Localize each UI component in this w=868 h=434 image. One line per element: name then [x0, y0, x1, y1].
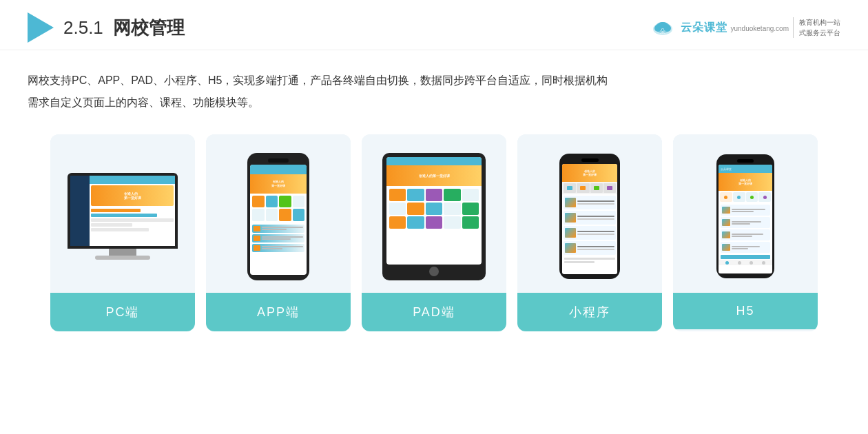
mini-screen: 创造人的第一堂好课: [562, 164, 617, 274]
pad-header-bar: [386, 157, 482, 165]
description-line1: 网校支持PC、APP、PAD、小程序、H5，实现多端打通，产品各终端自由切换，数…: [28, 70, 840, 92]
brand-name: 云朵课堂: [681, 21, 727, 33]
h5-notch: [737, 159, 754, 163]
brand-icon: 朵: [649, 14, 676, 41]
mini-line-4: [577, 218, 614, 220]
logo-triangle-icon: [28, 12, 54, 43]
mini-course-4: [564, 241, 616, 255]
h5-course-list: [719, 203, 772, 254]
slogan-line2: 式服务云平台: [799, 28, 840, 38]
mini-line-8: [577, 249, 614, 250]
mini-courses: [562, 194, 617, 256]
h5-course-3: [721, 229, 770, 240]
h5-thumb-1: [722, 207, 730, 214]
h5-text-4: [732, 246, 769, 249]
h5-icon-1: [720, 192, 732, 202]
phone-course-lines-2: [262, 236, 303, 240]
card-pad-label: PAD端: [362, 293, 506, 331]
phone-course-thumb-1: [254, 226, 260, 231]
card-h5-label: H5: [673, 293, 818, 329]
description-block: 网校支持PC、APP、PAD、小程序、H5，实现多端打通，产品各终端自由切换，数…: [0, 50, 868, 121]
h5-text-line-7: [732, 246, 760, 247]
mini-banner: 创造人的第一堂好课: [562, 164, 617, 182]
pc-monitor: 创造人的第一堂好课: [68, 173, 178, 249]
line-1: [262, 227, 303, 228]
pc-banner-text: 创造人的第一堂好课: [124, 192, 141, 200]
header-left: 2.5.1 网校管理: [28, 12, 185, 43]
pad-tile-13: [426, 216, 442, 229]
h5-header-text: 云朵课堂: [721, 167, 732, 171]
phone-course-1: [252, 225, 304, 233]
phone-icon-7: [279, 209, 291, 221]
phone-course-thumb-3: [254, 245, 260, 251]
pad-tile-15: [462, 216, 479, 229]
h5-thumb-4: [722, 244, 730, 251]
pc-content-rows: [90, 207, 175, 233]
h5-bottom-bar: [719, 260, 772, 265]
header-right: 朵 云朵课堂 yunduoketang.com 教育机构一站 式服务云平台: [649, 14, 840, 41]
pad-tile-3: [426, 189, 442, 201]
card-h5-image: 云朵课堂 创造人的第一堂好课: [673, 134, 818, 293]
phone-course-3: [252, 244, 304, 252]
pc-row-1: [91, 209, 141, 212]
pad-tile-8: [426, 203, 442, 215]
mini-notch: [581, 158, 599, 162]
pad-banner: 创造人的第一堂好课: [386, 165, 482, 186]
phone-course-2: [252, 234, 304, 242]
pad-grid: [386, 186, 482, 231]
card-pc-label: PC端: [50, 293, 195, 331]
h5-dot-3: [750, 196, 754, 199]
pc-row-2: [91, 214, 157, 217]
h5-course-1: [721, 205, 770, 216]
pc-main: 创造人的第一堂好课: [90, 176, 175, 246]
pad-tile-9: [444, 203, 460, 215]
mini-course-3: [564, 226, 616, 240]
card-pad: 创造人的第一堂好课: [362, 134, 506, 331]
pad-tile-10: [462, 203, 479, 215]
phone-screen: 创造人的第一堂好课: [250, 165, 307, 275]
description-line2: 需求自定义页面上的内容、课程、功能模块等。: [28, 92, 840, 114]
h5-icon-4: [758, 192, 771, 202]
card-app-label: APP端: [206, 293, 351, 331]
card-pc-image: 创造人的第一堂好课: [50, 134, 195, 293]
h5-bottom-dot-1: [725, 261, 729, 265]
phone-banner: 创造人的第一堂好课: [250, 174, 307, 194]
h5-text-line-3: [732, 221, 761, 223]
pad-screen: 创造人的第一堂好课: [386, 157, 482, 265]
brand-logo: 朵 云朵课堂 yunduoketang.com 教育机构一站 式服务云平台: [649, 14, 840, 41]
device-miniprogram-phone: 创造人的第一堂好课: [559, 154, 620, 279]
h5-text-1: [732, 209, 769, 212]
section-number: 2.5.1: [63, 17, 103, 38]
h5-text-line-1: [732, 209, 765, 210]
pad-tile-1: [389, 189, 406, 201]
slogan-line1: 教育机构一站: [799, 17, 840, 28]
mini-nav-1: [564, 183, 576, 193]
h5-text-line-5: [732, 234, 763, 235]
pad-tile-11: [389, 216, 406, 229]
line-4: [262, 238, 291, 240]
pad-tile-6: [389, 203, 406, 215]
mini-line-7: [577, 246, 614, 247]
brand-text-block: 云朵课堂 yunduoketang.com: [681, 21, 789, 35]
h5-dot-2: [737, 196, 741, 199]
mini-nav-icon-3: [594, 186, 599, 190]
mini-nav-2: [577, 183, 589, 193]
mini-nav: [562, 182, 617, 194]
mini-course-img-2: [565, 213, 576, 223]
h5-thumb-2: [722, 219, 730, 226]
pad-tile-14: [444, 216, 460, 229]
h5-grid: [719, 191, 772, 203]
mini-banner-text: 创造人的第一堂好课: [583, 169, 597, 176]
mini-text-line-1: [564, 258, 615, 260]
h5-text-line-2: [732, 211, 754, 212]
line-3: [262, 236, 303, 238]
card-pc: 创造人的第一堂好课: [50, 134, 195, 331]
h5-banner: 创造人的第一堂好课: [719, 173, 772, 191]
phone-icon-3: [279, 196, 291, 208]
pc-row-5: [91, 228, 149, 231]
pc-header-bar: [90, 176, 175, 184]
pc-banner: 创造人的第一堂好课: [91, 185, 174, 206]
mini-line-5: [577, 231, 614, 232]
phone-course-lines-1: [262, 227, 303, 230]
mini-nav-icon-4: [607, 186, 612, 190]
